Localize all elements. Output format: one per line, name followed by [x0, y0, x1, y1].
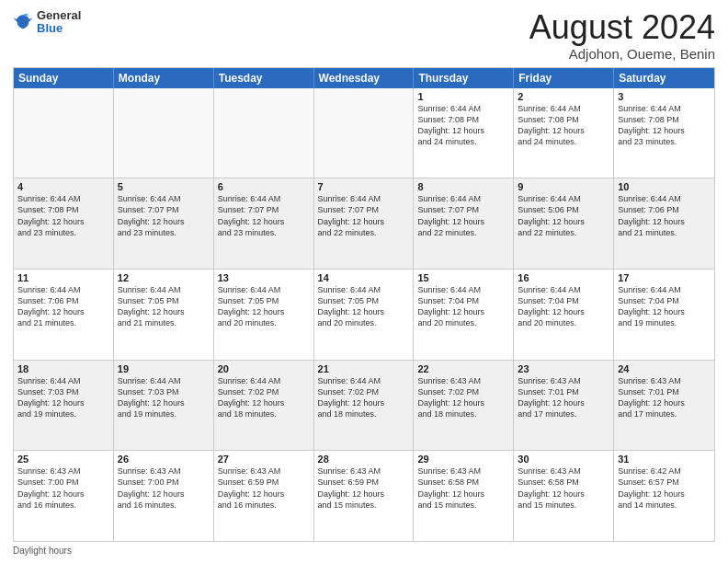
calendar-cell: 30Sunrise: 6:43 AM Sunset: 6:58 PM Dayli… — [514, 451, 614, 541]
day-number: 17 — [618, 272, 711, 283]
day-number: 27 — [218, 454, 310, 465]
page: General Blue August 2024 Adjohon, Oueme,… — [0, 0, 728, 563]
day-number: 31 — [618, 454, 711, 465]
day-number: 8 — [417, 181, 509, 192]
cell-detail: Sunrise: 6:44 AM Sunset: 7:03 PM Dayligh… — [17, 375, 109, 420]
cell-detail: Sunrise: 6:44 AM Sunset: 7:05 PM Dayligh… — [218, 284, 310, 329]
calendar-cell — [14, 88, 114, 178]
calendar-cell: 9Sunrise: 6:44 AM Sunset: 5:06 PM Daylig… — [514, 178, 614, 269]
cell-detail: Sunrise: 6:43 AM Sunset: 6:59 PM Dayligh… — [218, 465, 310, 511]
calendar-cell: 14Sunrise: 6:44 AM Sunset: 7:05 PM Dayli… — [314, 270, 415, 360]
cell-detail: Sunrise: 6:44 AM Sunset: 7:08 PM Dayligh… — [17, 193, 109, 238]
cell-detail: Sunrise: 6:44 AM Sunset: 7:02 PM Dayligh… — [318, 375, 410, 420]
cell-detail: Sunrise: 6:44 AM Sunset: 7:05 PM Dayligh… — [118, 284, 210, 329]
cell-detail: Sunrise: 6:44 AM Sunset: 7:02 PM Dayligh… — [218, 375, 310, 420]
calendar-cell: 17Sunrise: 6:44 AM Sunset: 7:04 PM Dayli… — [614, 270, 714, 360]
footer-note: Daylight hours — [13, 546, 715, 556]
calendar-cell: 22Sunrise: 6:43 AM Sunset: 7:02 PM Dayli… — [414, 361, 514, 451]
day-number: 18 — [17, 363, 109, 374]
cell-detail: Sunrise: 6:43 AM Sunset: 7:00 PM Dayligh… — [118, 465, 210, 511]
calendar-header-cell: Wednesday — [314, 68, 415, 88]
calendar-cell — [214, 88, 314, 178]
day-number: 30 — [518, 454, 609, 465]
day-number: 26 — [118, 454, 210, 465]
cell-detail: Sunrise: 6:43 AM Sunset: 7:02 PM Dayligh… — [417, 375, 509, 420]
cell-detail: Sunrise: 6:43 AM Sunset: 7:01 PM Dayligh… — [518, 375, 609, 420]
calendar-cell: 28Sunrise: 6:43 AM Sunset: 6:59 PM Dayli… — [314, 451, 415, 541]
calendar-cell: 10Sunrise: 6:44 AM Sunset: 7:06 PM Dayli… — [614, 178, 714, 269]
calendar-cell: 4Sunrise: 6:44 AM Sunset: 7:08 PM Daylig… — [14, 178, 114, 269]
calendar-cell: 11Sunrise: 6:44 AM Sunset: 7:06 PM Dayli… — [14, 270, 114, 360]
calendar-body: 1Sunrise: 6:44 AM Sunset: 7:08 PM Daylig… — [14, 88, 714, 541]
cell-detail: Sunrise: 6:43 AM Sunset: 7:01 PM Dayligh… — [618, 375, 711, 420]
calendar-header-cell: Tuesday — [214, 68, 314, 88]
calendar-cell: 20Sunrise: 6:44 AM Sunset: 7:02 PM Dayli… — [214, 361, 314, 451]
calendar-row: 4Sunrise: 6:44 AM Sunset: 7:08 PM Daylig… — [14, 178, 714, 270]
calendar-cell: 31Sunrise: 6:42 AM Sunset: 6:57 PM Dayli… — [614, 451, 714, 541]
cell-detail: Sunrise: 6:44 AM Sunset: 7:07 PM Dayligh… — [417, 193, 509, 238]
header: General Blue August 2024 Adjohon, Oueme,… — [13, 9, 715, 62]
calendar-cell: 29Sunrise: 6:43 AM Sunset: 6:58 PM Dayli… — [414, 451, 514, 541]
day-number: 6 — [218, 181, 310, 192]
day-number: 23 — [518, 363, 609, 374]
day-number: 22 — [417, 363, 509, 374]
main-title: August 2024 — [529, 9, 715, 46]
calendar-cell — [114, 88, 214, 178]
day-number: 11 — [17, 272, 109, 283]
calendar-cell: 21Sunrise: 6:44 AM Sunset: 7:02 PM Dayli… — [314, 361, 415, 451]
calendar: SundayMondayTuesdayWednesdayThursdayFrid… — [13, 67, 715, 542]
cell-detail: Sunrise: 6:44 AM Sunset: 7:06 PM Dayligh… — [17, 284, 109, 329]
calendar-row: 25Sunrise: 6:43 AM Sunset: 7:00 PM Dayli… — [14, 451, 714, 541]
day-number: 20 — [218, 363, 310, 374]
cell-detail: Sunrise: 6:44 AM Sunset: 7:04 PM Dayligh… — [618, 284, 711, 329]
cell-detail: Sunrise: 6:43 AM Sunset: 6:58 PM Dayligh… — [417, 465, 509, 511]
calendar-header-cell: Saturday — [614, 68, 714, 88]
calendar-cell: 13Sunrise: 6:44 AM Sunset: 7:05 PM Dayli… — [214, 270, 314, 360]
cell-detail: Sunrise: 6:44 AM Sunset: 7:06 PM Dayligh… — [618, 193, 711, 238]
calendar-cell: 26Sunrise: 6:43 AM Sunset: 7:00 PM Dayli… — [114, 451, 214, 541]
calendar-cell: 25Sunrise: 6:43 AM Sunset: 7:00 PM Dayli… — [14, 451, 114, 541]
calendar-cell: 5Sunrise: 6:44 AM Sunset: 7:07 PM Daylig… — [114, 178, 214, 269]
cell-detail: Sunrise: 6:44 AM Sunset: 7:08 PM Dayligh… — [417, 103, 509, 148]
cell-detail: Sunrise: 6:44 AM Sunset: 7:07 PM Dayligh… — [118, 193, 210, 238]
calendar-cell: 24Sunrise: 6:43 AM Sunset: 7:01 PM Dayli… — [614, 361, 714, 451]
cell-detail: Sunrise: 6:44 AM Sunset: 7:04 PM Dayligh… — [417, 284, 509, 329]
cell-detail: Sunrise: 6:43 AM Sunset: 7:00 PM Dayligh… — [17, 465, 109, 511]
day-number: 7 — [318, 181, 410, 192]
logo-text: General Blue — [37, 9, 81, 36]
calendar-header-cell: Monday — [114, 68, 214, 88]
title-block: August 2024 Adjohon, Oueme, Benin — [529, 9, 715, 62]
day-number: 14 — [318, 272, 410, 283]
cell-detail: Sunrise: 6:44 AM Sunset: 7:07 PM Dayligh… — [218, 193, 310, 238]
day-number: 2 — [518, 91, 609, 102]
logo-general-text: General — [37, 9, 81, 22]
subtitle: Adjohon, Oueme, Benin — [529, 46, 715, 62]
cell-detail: Sunrise: 6:44 AM Sunset: 7:08 PM Dayligh… — [518, 103, 609, 148]
calendar-cell: 18Sunrise: 6:44 AM Sunset: 7:03 PM Dayli… — [14, 361, 114, 451]
cell-detail: Sunrise: 6:44 AM Sunset: 7:05 PM Dayligh… — [318, 284, 410, 329]
cell-detail: Sunrise: 6:44 AM Sunset: 7:08 PM Dayligh… — [618, 103, 711, 148]
calendar-header-cell: Sunday — [14, 68, 114, 88]
cell-detail: Sunrise: 6:43 AM Sunset: 6:59 PM Dayligh… — [318, 465, 410, 511]
cell-detail: Sunrise: 6:44 AM Sunset: 7:04 PM Dayligh… — [518, 284, 609, 329]
day-number: 16 — [518, 272, 609, 283]
cell-detail: Sunrise: 6:42 AM Sunset: 6:57 PM Dayligh… — [618, 465, 711, 511]
calendar-cell: 7Sunrise: 6:44 AM Sunset: 7:07 PM Daylig… — [314, 178, 415, 269]
day-number: 4 — [17, 181, 109, 192]
cell-detail: Sunrise: 6:44 AM Sunset: 7:03 PM Dayligh… — [118, 375, 210, 420]
cell-detail: Sunrise: 6:44 AM Sunset: 7:07 PM Dayligh… — [318, 193, 410, 238]
calendar-cell: 19Sunrise: 6:44 AM Sunset: 7:03 PM Dayli… — [114, 361, 214, 451]
day-number: 21 — [318, 363, 410, 374]
calendar-cell: 27Sunrise: 6:43 AM Sunset: 6:59 PM Dayli… — [214, 451, 314, 541]
calendar-cell: 3Sunrise: 6:44 AM Sunset: 7:08 PM Daylig… — [614, 88, 714, 178]
calendar-row: 18Sunrise: 6:44 AM Sunset: 7:03 PM Dayli… — [14, 361, 714, 452]
calendar-row: 11Sunrise: 6:44 AM Sunset: 7:06 PM Dayli… — [14, 270, 714, 361]
calendar-header-row: SundayMondayTuesdayWednesdayThursdayFrid… — [14, 68, 714, 88]
cell-detail: Sunrise: 6:44 AM Sunset: 5:06 PM Dayligh… — [518, 193, 609, 238]
day-number: 13 — [218, 272, 310, 283]
calendar-header-cell: Thursday — [414, 68, 514, 88]
calendar-row: 1Sunrise: 6:44 AM Sunset: 7:08 PM Daylig… — [14, 88, 714, 179]
logo-bird-icon — [13, 12, 33, 32]
logo: General Blue — [13, 9, 81, 36]
calendar-cell: 8Sunrise: 6:44 AM Sunset: 7:07 PM Daylig… — [414, 178, 514, 269]
